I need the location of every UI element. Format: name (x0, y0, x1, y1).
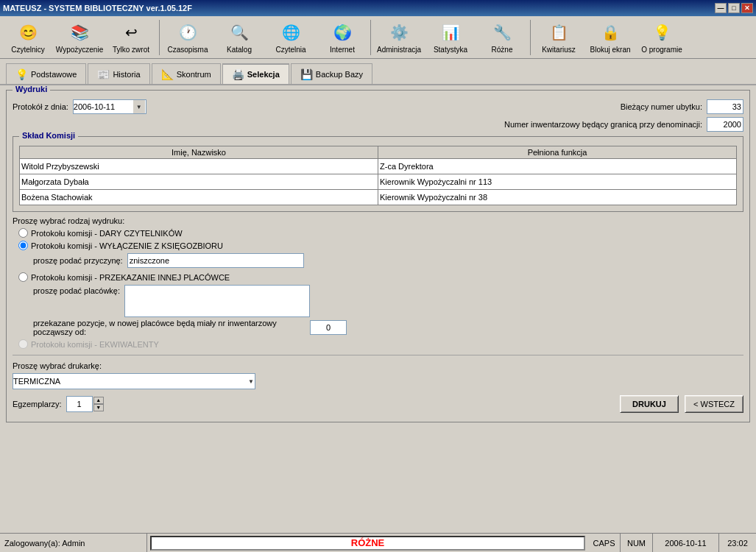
toolbar-administracja[interactable]: ⚙️ Administracja (374, 18, 424, 57)
protokol-date-select[interactable]: 2006-10-11 (73, 99, 146, 114)
kwitariusz-icon: 📋 (547, 21, 570, 44)
toolbar-tylko-zwrot-label: Tylko zwrot (113, 46, 149, 54)
printer-select-wrap[interactable]: TERMICZNA LASEROWA ATRAMENTOWA ▼ (13, 373, 255, 389)
komisja-group-title: Skład Komisji (19, 131, 78, 140)
printer-select[interactable]: TERMICZNA LASEROWA ATRAMENTOWA (13, 373, 255, 389)
toolbar-statystyka-label: Statystyka (434, 46, 467, 54)
tab-skontrum[interactable]: 📐 Skontrum (152, 63, 221, 84)
toolbar-czytelnia-label: Czytelnia (275, 46, 305, 54)
toolbar-czasopisma-label: Czasopisma (167, 46, 208, 54)
tab-backup-bazy[interactable]: 💾 Backup Bazy (291, 63, 372, 84)
toolbar-blokuj-ekran-label: Blokuj ekran (590, 46, 630, 54)
copies-buttons-row: Egzemplarzy: ▲ ▼ DRUKUJ < WSTECZ (13, 395, 743, 413)
wstecz-button[interactable]: < WSTECZ (685, 395, 743, 413)
tab-selekcja[interactable]: 🖨️ Selekcja (222, 63, 289, 84)
maximize-button[interactable]: □ (728, 3, 740, 13)
commission-row-0 (20, 159, 737, 174)
tab-historia[interactable]: 📰 Historia (88, 63, 149, 84)
przekazane-row: przekazane pozycje, w nowej placówce będ… (18, 319, 743, 336)
przyczyna-label: proszę podać przyczynę: (33, 256, 123, 265)
przekazane-input[interactable] (310, 320, 347, 335)
tylko-zwrot-icon: ↩ (119, 21, 143, 44)
spinner-down-button[interactable]: ▼ (93, 404, 104, 411)
toolbar-czytelnicy-label: Czytelnicy (11, 46, 45, 54)
radio-dary-label: Protokołu komisji - DARY CZYTELNIKÓW (31, 229, 183, 238)
radio-ekwiwalenty (18, 339, 28, 349)
radio-ekwiwalenty-label: Protokołu komisji - EKWIWALENTY (31, 340, 159, 349)
tab-backup-label: Backup Bazy (316, 70, 363, 79)
toolbar-rozne[interactable]: 🔧 Różne (477, 18, 527, 57)
radio-wylaczenie[interactable] (18, 241, 28, 250)
commission-name-0[interactable] (20, 159, 378, 174)
commission-role-2[interactable] (378, 190, 736, 205)
commission-role-0[interactable] (378, 159, 736, 174)
tab-selekcja-label: Selekcja (247, 70, 280, 79)
biezacy-numer-input[interactable] (707, 99, 743, 114)
copies-input[interactable] (66, 396, 93, 412)
toolbar-czytelnicy[interactable]: 😊 Czytelnicy (3, 18, 53, 57)
toolbar-internet-label: Internet (330, 46, 355, 54)
toolbar-wypozyczenie-label: Wypożyczenie (56, 46, 103, 54)
protokol-row: Protokół z dnia: 2006-10-11 ▼ Bieżący nu… (13, 99, 743, 114)
radio-przekazanie[interactable] (18, 272, 28, 282)
placowka-input[interactable] (124, 285, 310, 317)
numer-inwentarzowy-label: Numer inwentarzowy będący granicą przy d… (504, 120, 702, 129)
protokol-date-wrap[interactable]: 2006-10-11 ▼ (73, 99, 146, 114)
tab-podstawowe[interactable]: 💡 Podstawowe (6, 63, 86, 84)
przyczyna-input[interactable] (127, 253, 304, 268)
tab-historia-label: Historia (113, 70, 140, 79)
radio-przekazanie-option: Protokołu komisji - PRZEKAZANIE INNEJ PL… (18, 272, 743, 282)
toolbar-czytelnia[interactable]: 🌐 Czytelnia (266, 18, 316, 57)
toolbar-blokuj-ekran[interactable]: 🔒 Blokuj ekran (585, 18, 635, 57)
status-rozne: RÓŻNE (150, 536, 585, 551)
copies-spinner: ▲ ▼ (66, 396, 104, 412)
toolbar-czasopisma[interactable]: 🕐 Czasopisma (163, 18, 213, 57)
commission-name-2[interactable] (20, 190, 378, 205)
placowka-row: proszę podać placówkę: (18, 285, 743, 317)
tab-skontrum-label: Skontrum (177, 70, 211, 79)
toolbar-kwitariusz-label: Kwitariusz (542, 46, 576, 54)
tab-bar: 💡 Podstawowe 📰 Historia 📐 Skontrum 🖨️ Se… (0, 59, 756, 85)
spinner-up-button[interactable]: ▲ (93, 397, 104, 404)
wydruki-group-title: Wydruki (13, 85, 50, 93)
przekazane-label: przekazane pozycje, w nowej placówce będ… (33, 319, 305, 336)
toolbar-rozne-label: Różne (492, 46, 513, 54)
toolbar-statystyka[interactable]: 📊 Statystyka (425, 18, 476, 57)
copies-label: Egzemplarzy: (13, 400, 62, 408)
status-time: 23:02 (719, 534, 756, 552)
protokol-label: Protokół z dnia: (13, 102, 68, 111)
toolbar-kwitariusz[interactable]: 📋 Kwitariusz (534, 18, 584, 57)
commission-name-1[interactable] (20, 174, 378, 189)
numer-inwentarzowy-input[interactable] (707, 117, 743, 132)
commission-role-1[interactable] (378, 174, 736, 189)
status-time-text: 23:02 (727, 539, 748, 548)
radio-dary[interactable] (18, 228, 28, 238)
numer-inwentarzowy-row: Numer inwentarzowy będący granicą przy d… (13, 117, 743, 132)
close-button[interactable]: ✕ (741, 3, 753, 13)
toolbar-o-programie[interactable]: 💡 O programie (637, 18, 687, 57)
status-caps: CAPS (588, 534, 621, 552)
internet-icon: 🌍 (331, 21, 354, 44)
toolbar-o-programie-label: O programie (641, 46, 682, 54)
print-type-options: Protokołu komisji - DARY CZYTELNIKÓW Pro… (13, 228, 743, 349)
toolbar-katalog-label: Katalog (227, 46, 252, 54)
tab-backup-icon: 💾 (300, 68, 313, 80)
toolbar-sep-2 (370, 20, 371, 55)
katalog-icon: 🔍 (227, 21, 251, 44)
col-role-header: Pełniona funkcja (378, 146, 737, 159)
wydruki-group: Wydruki Protokół z dnia: 2006-10-11 ▼ Bi… (6, 90, 750, 422)
toolbar-internet[interactable]: 🌍 Internet (317, 18, 367, 57)
toolbar-wypozyczenie[interactable]: 📚 Wypożyczenie (54, 18, 105, 57)
toolbar-katalog[interactable]: 🔍 Katalog (214, 18, 264, 57)
drukuj-button[interactable]: DRUKUJ (620, 395, 679, 413)
minimize-button[interactable]: — (715, 3, 727, 13)
placowka-label: proszę podać placówkę: (33, 286, 120, 295)
administracja-icon: ⚙️ (387, 21, 411, 44)
toolbar-tylko-zwrot[interactable]: ↩ Tylko zwrot (106, 18, 156, 57)
spinner-buttons: ▲ ▼ (93, 397, 104, 411)
tab-selekcja-icon: 🖨️ (232, 68, 244, 80)
status-date: 2006-10-11 (653, 534, 719, 552)
status-num-text: NUM (627, 539, 646, 548)
status-num: NUM (621, 534, 653, 552)
printer-section: Proszę wybrać drukarkę: TERMICZNA LASERO… (13, 355, 743, 413)
